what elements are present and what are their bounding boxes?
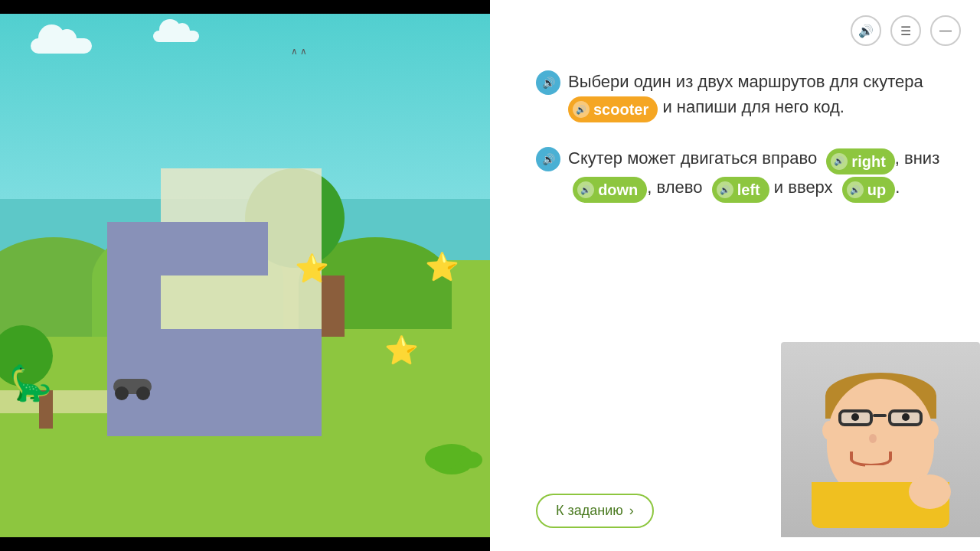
maze-cell-light bbox=[161, 168, 214, 222]
maze-cell-light bbox=[268, 168, 322, 222]
text-down-prefix: , вниз bbox=[895, 148, 939, 168]
maze-cell bbox=[214, 383, 268, 436]
black-bar-bottom bbox=[0, 537, 490, 551]
maze-cell bbox=[161, 329, 214, 383]
maze-grid bbox=[107, 168, 398, 474]
bush-4 bbox=[425, 446, 459, 471]
maze-cell bbox=[107, 276, 161, 329]
glasses-bridge bbox=[873, 414, 887, 417]
scooter-body bbox=[113, 379, 152, 394]
face-hand bbox=[909, 474, 951, 509]
audio-button[interactable]: 🔊 bbox=[851, 15, 881, 46]
black-bar-top bbox=[0, 0, 490, 14]
instruction-block-1: 🔊 Выбери один из двух маршрутов для скут… bbox=[536, 69, 942, 122]
assignment-button-arrow: › bbox=[629, 503, 634, 519]
bird: ∧ ∧ bbox=[291, 46, 307, 57]
scooter-wheel-right bbox=[136, 386, 150, 400]
tag-up: 🔊 up bbox=[842, 177, 895, 203]
glasses bbox=[835, 409, 926, 431]
maze-cell-light bbox=[161, 276, 214, 329]
tag-down-audio-icon[interactable]: 🔊 bbox=[577, 181, 594, 198]
star-3: ⭐ bbox=[384, 334, 419, 367]
maze-cell bbox=[161, 383, 214, 436]
instruction-block-2: 🔊 Скутер может двигаться вправо 🔊 right … bbox=[536, 145, 942, 203]
mouth bbox=[850, 452, 892, 467]
menu-button[interactable]: ☰ bbox=[890, 15, 921, 46]
instruction-panel: 🔊 ☰ — 🔊 Выбери один из двух маршрутов дл… bbox=[490, 0, 980, 551]
audio-icon-1[interactable]: 🔊 bbox=[536, 70, 560, 95]
face-neck bbox=[865, 465, 896, 484]
tag-left: 🔊 left bbox=[712, 177, 769, 203]
audio-icon-2[interactable]: 🔊 bbox=[536, 147, 560, 171]
text-before-scooter: Выбери один из двух маршрутов для скутер… bbox=[568, 72, 923, 91]
text-after-scooter: и напиши для него код. bbox=[662, 97, 844, 116]
tag-scooter: 🔊 scooter bbox=[568, 96, 658, 122]
face-container bbox=[804, 356, 957, 524]
maze-cell bbox=[107, 222, 161, 276]
main-container: ∧ ∧ bbox=[0, 0, 980, 551]
maze-cell bbox=[161, 222, 214, 276]
tag-down: 🔊 down bbox=[573, 177, 647, 203]
bush-5 bbox=[459, 452, 482, 468]
toolbar: 🔊 ☰ — bbox=[490, 0, 980, 54]
game-panel: ∧ ∧ bbox=[0, 0, 490, 551]
text-up-prefix: и вверх bbox=[774, 178, 833, 197]
webcam-overlay bbox=[781, 342, 980, 537]
instruction-text-2: Скутер может двигаться вправо 🔊 right , … bbox=[568, 145, 942, 203]
maze-cell bbox=[268, 383, 322, 436]
tag-audio-icon[interactable]: 🔊 bbox=[573, 101, 590, 118]
tag-left-audio-icon[interactable]: 🔊 bbox=[717, 181, 733, 198]
scooter bbox=[113, 379, 152, 394]
assignment-button[interactable]: К заданию › bbox=[536, 494, 654, 528]
maze-cell bbox=[214, 329, 268, 383]
assignment-button-label: К заданию bbox=[556, 503, 623, 519]
tag-up-audio-icon[interactable]: 🔊 bbox=[847, 181, 864, 198]
star-1: ⭐ bbox=[295, 253, 329, 285]
text-move: Скутер может двигаться вправо bbox=[568, 148, 817, 168]
text-period: . bbox=[895, 178, 900, 197]
text-left-prefix: , влево bbox=[647, 178, 702, 197]
pupil-right bbox=[902, 413, 910, 421]
tag-right-audio-icon[interactable]: 🔊 bbox=[831, 153, 848, 170]
cloud-1 bbox=[31, 38, 92, 54]
cloud-2 bbox=[153, 31, 199, 42]
instruction-text-1: Выбери один из двух маршрутов для скутер… bbox=[568, 69, 942, 122]
character: 🦕 bbox=[9, 363, 52, 403]
webcam-face bbox=[781, 342, 980, 537]
maze-cell bbox=[214, 222, 268, 276]
nose bbox=[869, 434, 877, 443]
close-button[interactable]: — bbox=[930, 15, 961, 46]
star-2: ⭐ bbox=[425, 251, 459, 283]
maze-cell bbox=[107, 329, 161, 383]
maze-cell bbox=[268, 329, 322, 383]
tag-right: 🔊 right bbox=[826, 148, 894, 174]
maze-cell-light bbox=[214, 276, 268, 329]
pupil-left bbox=[851, 413, 859, 421]
maze-cell-light bbox=[214, 168, 268, 222]
scooter-wheel-left bbox=[115, 386, 129, 400]
